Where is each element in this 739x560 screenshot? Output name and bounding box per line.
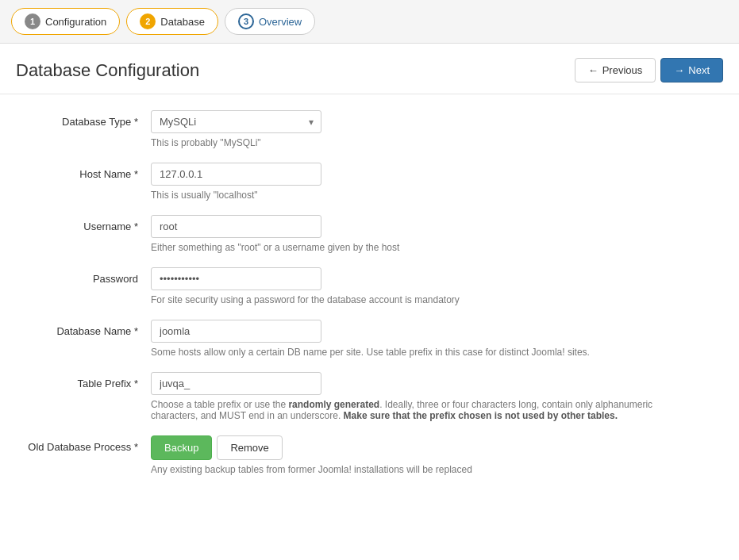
table-prefix-row: Table Prefix * Choose a table prefix or … <box>24 372 715 421</box>
username-field: Either something as "root" or a username… <box>151 215 715 253</box>
database-type-field: MySQLi MySQL PostgreSQL SQLite This is p… <box>151 110 715 148</box>
host-name-hint: This is usually "localhost" <box>151 190 683 201</box>
previous-button[interactable]: ← Previous <box>575 58 656 82</box>
table-prefix-hint: Choose a table prefix or use the randoml… <box>151 399 683 421</box>
tab-num-2: 2 <box>140 13 156 29</box>
database-name-field: Some hosts allow only a certain DB name … <box>151 320 715 358</box>
database-type-label: Database Type * <box>24 110 151 128</box>
username-row: Username * Either something as "root" or… <box>24 215 715 253</box>
backup-label: Backup <box>164 442 198 454</box>
tab-label-overview: Overview <box>259 16 302 28</box>
randomly-generated-link[interactable]: randomly generated <box>288 399 379 410</box>
host-name-input[interactable] <box>151 163 321 186</box>
backup-button[interactable]: Backup <box>151 435 212 460</box>
host-name-row: Host Name * This is usually "localhost" <box>24 163 715 201</box>
left-arrow-icon: ← <box>588 64 599 76</box>
process-buttons: Backup Remove <box>151 435 715 460</box>
username-input[interactable] <box>151 215 321 238</box>
password-hint: For site security using a password for t… <box>151 294 683 305</box>
database-name-hint: Some hosts allow only a certain DB name … <box>151 347 683 358</box>
prefix-warning: Make sure that the prefix chosen is not … <box>344 410 618 421</box>
remove-label: Remove <box>230 442 268 454</box>
database-type-row: Database Type * MySQLi MySQL PostgreSQL … <box>24 110 715 148</box>
previous-label: Previous <box>602 64 643 76</box>
next-label: Next <box>688 64 710 76</box>
username-hint: Either something as "root" or a username… <box>151 242 683 253</box>
database-type-select[interactable]: MySQLi MySQL PostgreSQL SQLite <box>151 110 321 133</box>
password-input[interactable] <box>151 267 321 290</box>
database-type-select-wrapper[interactable]: MySQLi MySQL PostgreSQL SQLite <box>151 110 321 133</box>
tab-label-configuration: Configuration <box>45 16 106 28</box>
password-field: For site security using a password for t… <box>151 267 715 305</box>
password-row: Password For site security using a passw… <box>24 267 715 305</box>
tab-label-database: Database <box>160 16 205 28</box>
old-db-process-row: Old Database Process * Backup Remove Any… <box>24 435 715 475</box>
database-name-input[interactable] <box>151 320 321 343</box>
next-button[interactable]: → Next <box>660 58 723 82</box>
page-title: Database Configuration <box>16 60 199 81</box>
database-name-label: Database Name * <box>24 320 151 337</box>
form-container: Database Type * MySQLi MySQL PostgreSQL … <box>0 94 739 505</box>
wizard-nav: 1 Configuration 2 Database 3 Overview <box>0 0 739 44</box>
password-label: Password <box>24 267 151 285</box>
right-arrow-icon: → <box>674 64 684 76</box>
tab-num-3: 3 <box>238 13 254 29</box>
host-name-label: Host Name * <box>24 163 151 180</box>
remove-button[interactable]: Remove <box>217 435 282 460</box>
host-name-field: This is usually "localhost" <box>151 163 715 201</box>
tab-database[interactable]: 2 Database <box>126 8 218 35</box>
page-header: Database Configuration ← Previous → Next <box>0 44 739 94</box>
tab-overview[interactable]: 3 Overview <box>225 8 315 35</box>
tab-num-1: 1 <box>25 13 40 29</box>
old-db-process-label: Old Database Process * <box>24 435 151 453</box>
header-buttons: ← Previous → Next <box>575 58 723 82</box>
old-db-hint: Any existing backup tables from former J… <box>151 464 683 475</box>
username-label: Username * <box>24 215 151 232</box>
table-prefix-field: Choose a table prefix or use the randoml… <box>151 372 715 421</box>
table-prefix-label: Table Prefix * <box>24 372 151 389</box>
database-type-hint: This is probably "MySQLi" <box>151 137 683 148</box>
table-prefix-input[interactable] <box>151 372 321 395</box>
old-db-process-field: Backup Remove Any existing backup tables… <box>151 435 715 475</box>
database-name-row: Database Name * Some hosts allow only a … <box>24 320 715 358</box>
tab-configuration[interactable]: 1 Configuration <box>11 8 120 35</box>
